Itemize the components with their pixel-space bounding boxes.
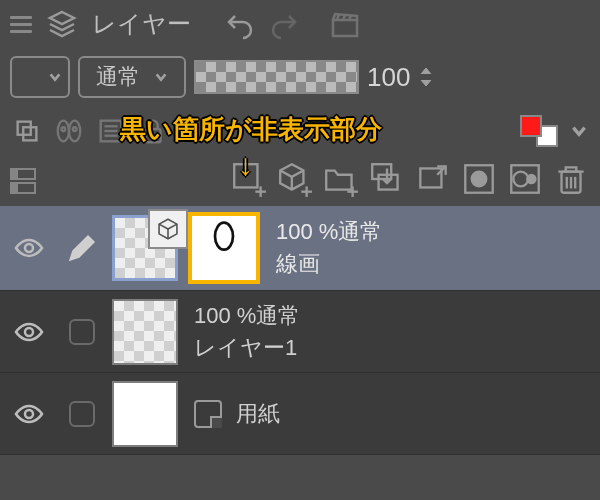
layer-item-1[interactable]: 100 %通常 レイヤー1 [0,291,600,373]
layer-flag-checkbox[interactable] [69,319,95,345]
redo-icon[interactable] [269,8,301,40]
svg-point-10 [73,127,77,131]
svg-rect-15 [146,129,161,142]
layer-item-0[interactable]: 100 %通常 線画 [0,206,600,291]
apply-mask-icon[interactable] [506,160,544,198]
eye-icon[interactable] [13,398,45,430]
clapboard-icon[interactable] [329,8,361,40]
svg-marker-0 [50,12,74,24]
svg-rect-19 [13,185,17,191]
layer-properties-row: 通常 100 [0,48,600,106]
layer-opacity-label: 100 %通常 [276,217,382,247]
svg-point-9 [62,127,66,131]
opacity-slider[interactable] [194,60,359,94]
layer-name: レイヤー1 [194,333,300,363]
draft-icon[interactable] [96,116,126,146]
transfer-down-icon[interactable] [368,160,406,198]
svg-point-47 [215,223,233,250]
layer-mask-icon[interactable] [460,160,498,198]
trash-icon[interactable] [552,160,590,198]
svg-rect-29 [372,164,391,179]
merge-down-icon[interactable] [414,160,452,198]
layer-thumbnail[interactable] [112,299,178,365]
layer-actions-row [0,156,600,202]
layer-flag-checkbox[interactable] [69,401,95,427]
paper-icon [194,400,222,428]
svg-point-34 [471,171,488,188]
svg-point-48 [25,328,33,336]
chevron-down-icon [154,70,168,84]
menu-icon[interactable] [10,16,32,33]
opacity-value: 100 [367,62,410,93]
chevron-down-icon[interactable] [418,78,434,88]
layer-options-row: 黒い箇所が非表示部分 [0,106,600,156]
undo-icon[interactable] [223,8,255,40]
layer-item-2[interactable]: 用紙 [0,373,600,455]
clip-mask-icon[interactable] [12,116,42,146]
panel-title: レイヤー [92,8,191,40]
chevron-down-icon[interactable] [570,122,588,140]
svg-point-37 [526,174,537,185]
eye-icon[interactable] [13,316,45,348]
svg-point-49 [25,410,33,418]
pane-toggle-icon[interactable] [8,166,38,196]
blend-mode-label: 通常 [96,62,140,92]
reference-layer-icon[interactable] [54,116,84,146]
svg-rect-31 [420,168,441,187]
new-layer-icon[interactable] [230,160,268,198]
layers-icon[interactable] [46,8,78,40]
svg-point-43 [25,244,33,252]
lock-icon[interactable] [138,116,168,146]
svg-rect-20 [234,164,257,187]
opacity-spinner[interactable] [418,66,434,88]
layers-list: 100 %通常 線画 100 %通常 レイヤー1 [0,206,600,455]
layer-thumbnail[interactable] [112,381,178,447]
foreground-color-swatch[interactable] [520,115,542,137]
pencil-icon[interactable] [66,232,98,264]
new-3d-layer-icon[interactable] [276,160,314,198]
layer-mask-thumbnail[interactable] [188,212,260,284]
blend-mode-select[interactable]: 通常 [78,56,186,98]
panel-header: レイヤー [0,0,600,48]
layer-opacity-label: 100 %通常 [194,301,300,331]
color-swatches[interactable] [520,115,558,147]
layer-name: 用紙 [236,399,280,429]
eye-icon[interactable] [13,232,45,264]
svg-rect-18 [13,171,17,177]
svg-point-36 [513,172,528,187]
chevron-up-icon[interactable] [418,66,434,76]
3d-badge [148,209,188,249]
chevron-down-icon [48,70,62,84]
layer-color-chip[interactable] [10,56,70,98]
svg-rect-1 [333,20,357,36]
new-folder-icon[interactable] [322,160,360,198]
layer-name: 線画 [276,249,382,279]
